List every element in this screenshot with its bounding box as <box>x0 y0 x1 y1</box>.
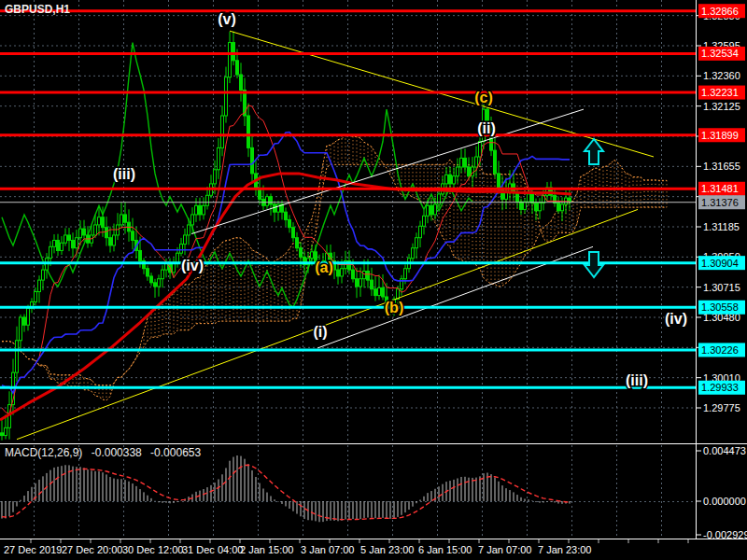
candle-body <box>233 43 235 61</box>
time-axis-label[interactable]: 7 Jan 07:00 <box>478 544 532 555</box>
candle-body <box>359 279 362 287</box>
candle-body <box>188 225 190 235</box>
resistance-price-badge-label: 1.32534 <box>701 48 739 59</box>
price-tick-label: 1.32125 <box>703 101 740 112</box>
wave-label[interactable]: (v) <box>218 11 236 27</box>
candle-body <box>259 189 261 199</box>
candle-body <box>524 202 527 209</box>
candle-body <box>494 150 497 174</box>
candle-body <box>132 231 134 241</box>
time-axis-label[interactable]: 3 Jan 07:00 <box>301 544 355 555</box>
wave-label[interactable]: (b) <box>385 300 403 315</box>
candle-body <box>199 205 202 215</box>
time-axis-label[interactable]: 5 Jan 23:00 <box>360 544 415 555</box>
candle-body <box>173 263 176 273</box>
down-arrow[interactable] <box>585 252 603 277</box>
price-chart-canvas[interactable]: (v)(iii)(iv)(a)(b)(i)(c)(ii)(iv)(iii)1.3… <box>0 0 747 560</box>
candle-body <box>154 283 157 287</box>
resistance-price-badge-label: 1.31481 <box>701 183 739 194</box>
candle-body <box>539 203 542 211</box>
wave-label[interactable]: (ii) <box>477 120 496 136</box>
candle-body <box>94 225 97 235</box>
candle-body <box>561 204 564 211</box>
candle-body <box>35 291 37 301</box>
price-tick-label: 1.30715 <box>703 282 740 293</box>
candle-body <box>430 205 433 215</box>
candle-body <box>382 287 385 297</box>
wave-label[interactable]: (iv) <box>181 258 204 273</box>
support-price-badge-label: 1.30904 <box>701 258 739 269</box>
wave-label[interactable]: (c) <box>474 90 493 105</box>
candle-body <box>120 215 123 225</box>
candle-body <box>57 240 60 250</box>
wave-label[interactable]: (a) <box>315 259 333 275</box>
candle-body <box>5 427 7 435</box>
time-axis-label[interactable]: 31 Dec 04:00 <box>182 544 243 555</box>
candle-body <box>38 280 41 291</box>
time-axis-label[interactable]: 2 Jan 15:00 <box>240 544 294 555</box>
up-arrow[interactable] <box>585 139 603 164</box>
candle-body <box>374 289 377 296</box>
time-axis-label[interactable]: 27 Dec 2019 <box>4 544 62 555</box>
candle-body <box>191 215 194 225</box>
candle-body <box>124 215 127 222</box>
time-axis-label[interactable]: 27 Dec 20:00 <box>62 544 122 555</box>
candle-body <box>16 341 19 372</box>
time-axis-label[interactable]: 30 Dec 12:00 <box>122 544 183 555</box>
candle-body <box>419 226 422 237</box>
candle-body <box>20 317 22 341</box>
candle-body <box>158 279 161 287</box>
candle-body <box>427 205 430 216</box>
macd-panel <box>2 455 570 522</box>
candle-body <box>214 170 217 184</box>
support-price-badge-label: 1.30226 <box>701 344 739 356</box>
candle-body <box>165 263 168 270</box>
candle-body <box>520 202 523 209</box>
wave-label[interactable]: (i) <box>313 324 327 340</box>
candle-body <box>535 203 538 211</box>
candle-body <box>449 175 452 184</box>
candle-body <box>113 235 116 245</box>
macd-tick-label: -0.002929 <box>703 529 747 540</box>
level-lines <box>0 11 696 388</box>
resistance-price-badge-label: 1.31899 <box>701 130 739 141</box>
wave-label[interactable]: (iii) <box>113 166 135 182</box>
candle-body <box>180 245 183 254</box>
candle-body <box>367 271 370 280</box>
candle-body <box>229 43 232 77</box>
time-axis-label[interactable]: 7 Jan 23:00 <box>538 544 592 555</box>
candle-body <box>464 158 467 167</box>
candle-body <box>475 157 478 167</box>
wave-label[interactable]: (iv) <box>665 311 687 327</box>
candle-body <box>352 270 355 279</box>
price-tick-label: 1.31185 <box>703 221 740 232</box>
time-axis-label[interactable]: 6 Jan 15:00 <box>418 544 472 555</box>
candle-body <box>61 243 63 250</box>
candle-body <box>27 308 30 325</box>
candle-body <box>341 269 344 276</box>
candle-body <box>240 75 243 91</box>
candle-body <box>412 248 415 259</box>
candle-body <box>416 238 418 248</box>
candle-body <box>147 269 149 276</box>
candle-body <box>557 203 560 211</box>
candle-body <box>266 197 269 206</box>
candle-body <box>98 217 101 225</box>
candle-body <box>445 175 448 184</box>
candle-body <box>531 194 534 203</box>
price-tick-label: 1.29775 <box>703 402 740 413</box>
wave-label[interactable]: (iii) <box>626 372 648 388</box>
price-tick-label: 1.32360 <box>703 70 740 81</box>
candle-body <box>404 269 407 279</box>
candle-body <box>49 246 52 258</box>
candle-body <box>236 61 239 75</box>
candle-body <box>423 216 426 226</box>
candle-body <box>285 212 288 219</box>
candle-body <box>356 279 359 287</box>
candle-body <box>378 287 381 295</box>
candle-body <box>83 229 86 235</box>
resistance-price-badge-label: 1.32231 <box>701 87 739 98</box>
candle-body <box>139 250 142 260</box>
macd-tick-label: 0.000000 <box>703 496 746 507</box>
candle-body <box>102 217 105 228</box>
